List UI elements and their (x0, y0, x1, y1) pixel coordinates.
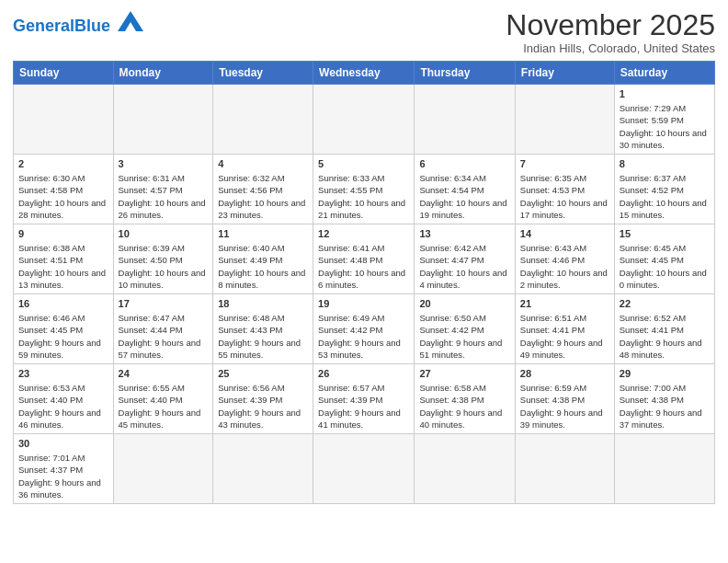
calendar-week-2: 2Sunrise: 6:30 AM Sunset: 4:58 PM Daylig… (14, 155, 715, 224)
calendar-day: 28Sunrise: 6:59 AM Sunset: 4:38 PM Dayli… (515, 364, 614, 434)
day-info: Sunrise: 6:30 AM Sunset: 4:58 PM Dayligh… (18, 172, 108, 221)
calendar-day: 3Sunrise: 6:31 AM Sunset: 4:57 PM Daylig… (113, 155, 213, 224)
calendar-day: 19Sunrise: 6:49 AM Sunset: 4:42 PM Dayli… (313, 294, 415, 364)
logo-wordmark: GeneralBlue (13, 13, 143, 35)
day-info: Sunrise: 6:32 AM Sunset: 4:56 PM Dayligh… (218, 172, 308, 221)
day-number: 19 (318, 297, 409, 311)
day-number: 15 (620, 227, 710, 241)
calendar-day: 6Sunrise: 6:34 AM Sunset: 4:54 PM Daylig… (415, 155, 515, 224)
calendar-week-6: 30Sunrise: 7:01 AM Sunset: 4:37 PM Dayli… (14, 434, 715, 504)
calendar-day: 10Sunrise: 6:39 AM Sunset: 4:50 PM Dayli… (113, 224, 213, 294)
header-friday: Friday (515, 62, 614, 85)
calendar-day: 9Sunrise: 6:38 AM Sunset: 4:51 PM Daylig… (14, 224, 114, 294)
calendar-day: 17Sunrise: 6:47 AM Sunset: 4:44 PM Dayli… (113, 294, 213, 364)
calendar-day: 24Sunrise: 6:55 AM Sunset: 4:40 PM Dayli… (113, 364, 213, 434)
calendar-week-4: 16Sunrise: 6:46 AM Sunset: 4:45 PM Dayli… (14, 294, 715, 364)
calendar-day: 23Sunrise: 6:53 AM Sunset: 4:40 PM Dayli… (14, 364, 114, 434)
day-number: 16 (18, 297, 108, 311)
day-number: 29 (620, 367, 710, 381)
day-info: Sunrise: 6:47 AM Sunset: 4:44 PM Dayligh… (119, 312, 209, 361)
day-info: Sunrise: 6:52 AM Sunset: 4:41 PM Dayligh… (620, 312, 710, 361)
calendar-day: 12Sunrise: 6:41 AM Sunset: 4:48 PM Dayli… (313, 224, 415, 294)
calendar-day: 21Sunrise: 6:51 AM Sunset: 4:41 PM Dayli… (515, 294, 614, 364)
day-info: Sunrise: 6:34 AM Sunset: 4:54 PM Dayligh… (419, 172, 509, 221)
day-info: Sunrise: 6:31 AM Sunset: 4:57 PM Dayligh… (119, 172, 209, 221)
day-number: 11 (218, 227, 308, 241)
calendar-header-row: Sunday Monday Tuesday Wednesday Thursday… (14, 62, 715, 85)
day-info: Sunrise: 6:56 AM Sunset: 4:39 PM Dayligh… (218, 382, 308, 431)
calendar-day: 26Sunrise: 6:57 AM Sunset: 4:39 PM Dayli… (313, 364, 415, 434)
calendar-day: 27Sunrise: 6:58 AM Sunset: 4:38 PM Dayli… (415, 364, 515, 434)
day-number: 25 (218, 367, 308, 381)
calendar-day: 4Sunrise: 6:32 AM Sunset: 4:56 PM Daylig… (213, 155, 313, 224)
day-number: 26 (318, 367, 409, 381)
header-tuesday: Tuesday (213, 62, 313, 85)
day-number: 24 (119, 367, 209, 381)
calendar-day (415, 85, 515, 155)
calendar-day: 29Sunrise: 7:00 AM Sunset: 4:38 PM Dayli… (614, 364, 714, 434)
calendar-day: 8Sunrise: 6:37 AM Sunset: 4:52 PM Daylig… (614, 155, 714, 224)
day-number: 12 (318, 227, 409, 241)
day-number: 13 (419, 227, 509, 241)
page: GeneralBlue November 2025 Indian Hills, … (0, 0, 728, 563)
day-number: 21 (520, 297, 609, 311)
header-monday: Monday (113, 62, 213, 85)
header-sunday: Sunday (14, 62, 114, 85)
day-info: Sunrise: 6:43 AM Sunset: 4:46 PM Dayligh… (520, 242, 609, 291)
calendar-week-3: 9Sunrise: 6:38 AM Sunset: 4:51 PM Daylig… (14, 224, 715, 294)
day-info: Sunrise: 6:37 AM Sunset: 4:52 PM Dayligh… (620, 172, 710, 221)
calendar-day (415, 434, 515, 504)
day-number: 27 (419, 367, 509, 381)
day-info: Sunrise: 6:49 AM Sunset: 4:42 PM Dayligh… (318, 312, 409, 361)
calendar-day (515, 85, 614, 155)
day-info: Sunrise: 6:48 AM Sunset: 4:43 PM Dayligh… (218, 312, 308, 361)
day-info: Sunrise: 6:35 AM Sunset: 4:53 PM Dayligh… (520, 172, 609, 221)
day-number: 22 (620, 297, 710, 311)
day-info: Sunrise: 6:45 AM Sunset: 4:45 PM Dayligh… (620, 242, 710, 291)
header-thursday: Thursday (415, 62, 515, 85)
calendar-day: 18Sunrise: 6:48 AM Sunset: 4:43 PM Dayli… (213, 294, 313, 364)
calendar-week-5: 23Sunrise: 6:53 AM Sunset: 4:40 PM Dayli… (14, 364, 715, 434)
month-title: November 2025 (506, 9, 715, 41)
calendar-day (515, 434, 614, 504)
calendar-day: 30Sunrise: 7:01 AM Sunset: 4:37 PM Dayli… (14, 434, 114, 504)
header-wednesday: Wednesday (313, 62, 415, 85)
calendar-day: 25Sunrise: 6:56 AM Sunset: 4:39 PM Dayli… (213, 364, 313, 434)
day-number: 1 (620, 87, 710, 101)
calendar-day: 7Sunrise: 6:35 AM Sunset: 4:53 PM Daylig… (515, 155, 614, 224)
day-info: Sunrise: 6:41 AM Sunset: 4:48 PM Dayligh… (318, 242, 409, 291)
calendar-day: 16Sunrise: 6:46 AM Sunset: 4:45 PM Dayli… (14, 294, 114, 364)
day-number: 30 (18, 437, 108, 451)
day-number: 2 (18, 157, 108, 171)
calendar-day: 2Sunrise: 6:30 AM Sunset: 4:58 PM Daylig… (14, 155, 114, 224)
logo-text: GeneralBlue (13, 17, 115, 35)
calendar-day (14, 85, 114, 155)
day-info: Sunrise: 6:58 AM Sunset: 4:38 PM Dayligh… (419, 382, 509, 431)
day-info: Sunrise: 6:39 AM Sunset: 4:50 PM Dayligh… (119, 242, 209, 291)
day-number: 20 (419, 297, 509, 311)
calendar-day (213, 434, 313, 504)
day-info: Sunrise: 6:40 AM Sunset: 4:49 PM Dayligh… (218, 242, 308, 291)
header: GeneralBlue November 2025 Indian Hills, … (13, 9, 715, 55)
calendar-day: 15Sunrise: 6:45 AM Sunset: 4:45 PM Dayli… (614, 224, 714, 294)
day-number: 17 (119, 297, 209, 311)
calendar-day: 1Sunrise: 7:29 AM Sunset: 5:59 PM Daylig… (614, 85, 714, 155)
day-number: 23 (18, 367, 108, 381)
header-saturday: Saturday (614, 62, 714, 85)
calendar-day: 5Sunrise: 6:33 AM Sunset: 4:55 PM Daylig… (313, 155, 415, 224)
logo: GeneralBlue (13, 13, 143, 35)
day-number: 9 (18, 227, 108, 241)
day-number: 14 (520, 227, 609, 241)
day-number: 8 (620, 157, 710, 171)
calendar-day: 14Sunrise: 6:43 AM Sunset: 4:46 PM Dayli… (515, 224, 614, 294)
calendar-day (313, 434, 415, 504)
location-subtitle: Indian Hills, Colorado, United States (506, 41, 715, 55)
day-number: 28 (520, 367, 609, 381)
calendar-day: 11Sunrise: 6:40 AM Sunset: 4:49 PM Dayli… (213, 224, 313, 294)
day-number: 18 (218, 297, 308, 311)
calendar-day: 20Sunrise: 6:50 AM Sunset: 4:42 PM Dayli… (415, 294, 515, 364)
calendar-week-1: 1Sunrise: 7:29 AM Sunset: 5:59 PM Daylig… (14, 85, 715, 155)
day-info: Sunrise: 6:59 AM Sunset: 4:38 PM Dayligh… (520, 382, 609, 431)
calendar-day (614, 434, 714, 504)
day-number: 7 (520, 157, 609, 171)
